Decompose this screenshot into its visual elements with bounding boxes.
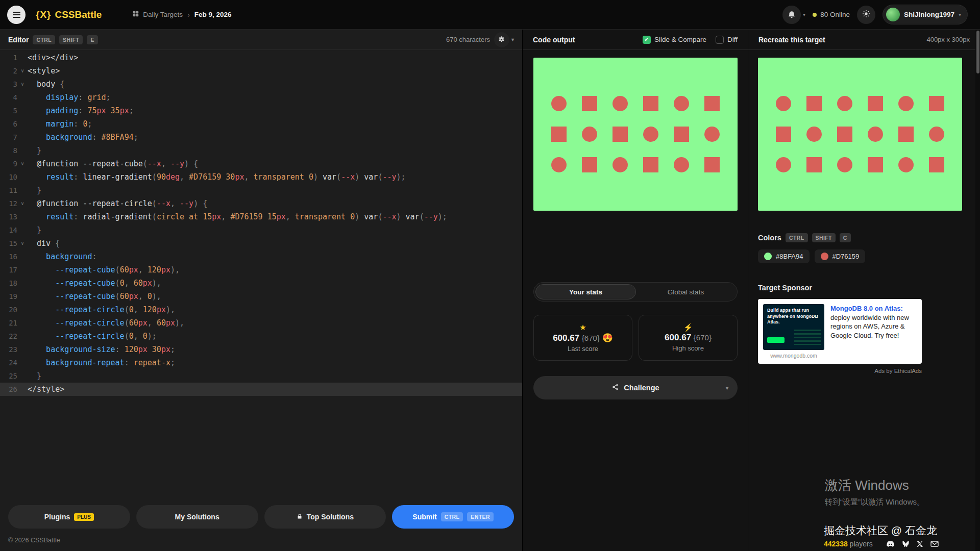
code-text: result: radial-gradient(circle at 15px, … (28, 210, 447, 223)
color-chip-red[interactable]: #D76159 (815, 249, 866, 263)
line-number: 4 (0, 91, 17, 104)
fold-gutter (17, 263, 28, 277)
code-line[interactable]: 22 --repeat-circle(0, 0); (0, 330, 522, 343)
circle-shape (776, 96, 791, 111)
hamburger-menu-button[interactable] (7, 6, 26, 24)
last-score-card: ★ 600.67 {670} 😍 Last score (533, 315, 632, 361)
last-score-value: 600.67 (553, 333, 579, 343)
chevron-right-icon: › (187, 11, 190, 19)
code-line[interactable]: 17 --repeat-cube(60px, 120px), (0, 263, 522, 277)
online-dot-icon (813, 13, 817, 17)
code-line[interactable]: 18 --repeat-cube(0, 60px), (0, 277, 522, 290)
challenge-button[interactable]: Challenge ▾ (533, 376, 738, 399)
line-number: 1 (0, 51, 17, 64)
code-line[interactable]: 4 display: grid; (0, 91, 522, 104)
line-number: 21 (0, 316, 17, 330)
color-chip-green[interactable]: #8BFA94 (758, 249, 810, 263)
bluesky-icon[interactable] (902, 541, 910, 547)
players-label: players (850, 540, 873, 548)
notifications-button[interactable]: ▾ (782, 6, 805, 24)
diff-checkbox[interactable]: Diff (716, 36, 738, 44)
copyright: © 2026 CSSBattle (0, 533, 522, 551)
high-score-card: ⚡ 600.67 {670} High score (639, 315, 738, 361)
code-line[interactable]: 15∨ div { (0, 237, 522, 250)
color-chips: #8BFA94 #D76159 (758, 249, 980, 263)
editor-settings-button[interactable]: ▾ (494, 32, 514, 47)
discord-icon[interactable] (886, 541, 895, 547)
sponsor-ad[interactable]: Build apps that run anywhere on MongoDB … (758, 299, 922, 364)
code-line[interactable]: 11 } (0, 184, 522, 197)
code-line[interactable]: 5 padding: 75px 35px; (0, 104, 522, 117)
fold-gutter (17, 51, 28, 64)
code-line[interactable]: 1<div></div> (0, 51, 522, 64)
target-canvas[interactable] (758, 58, 962, 211)
last-score-label: Last score (568, 345, 598, 353)
user-menu[interactable]: ShiJinlong1997 ▾ (883, 5, 968, 24)
kbd-shift: SHIFT (59, 35, 83, 44)
circle-shape (837, 96, 852, 111)
code-output-canvas[interactable] (533, 58, 738, 211)
plugins-button[interactable]: Plugins PLUS (8, 505, 130, 529)
chevron-down-icon: ▾ (511, 37, 514, 42)
line-number: 5 (0, 104, 17, 117)
ads-by-label[interactable]: Ads by EthicalAds (758, 368, 922, 374)
fold-chevron-icon[interactable]: ∨ (17, 157, 28, 170)
mail-icon[interactable] (930, 541, 939, 547)
code-line[interactable]: 24 background-repeat: repeat-x; (0, 356, 522, 369)
fold-gutter (17, 250, 28, 263)
code-line[interactable]: 20 --repeat-circle(0, 120px), (0, 303, 522, 316)
circle-shape (582, 127, 597, 142)
line-number: 22 (0, 330, 17, 343)
editor-actions: Plugins PLUS My Solutions Top Solutions … (0, 499, 522, 533)
ad-headline[interactable]: MongoDB 8.0 on Atlas: (830, 305, 903, 312)
code-line[interactable]: 10 result: linear-gradient(90deg, #D7615… (0, 170, 522, 184)
fold-chevron-icon[interactable]: ∨ (17, 237, 28, 250)
code-line[interactable]: 3∨ body { (0, 78, 522, 91)
square-shape (643, 96, 658, 111)
code-line[interactable]: 14 } (0, 223, 522, 237)
code-line[interactable]: 16 background: (0, 250, 522, 263)
output-header: Code output ✓ Slide & Compare Diff (523, 30, 748, 50)
code-line[interactable]: 6 margin: 0; (0, 117, 522, 131)
square-shape (868, 96, 883, 111)
fold-chevron-icon[interactable]: ∨ (17, 78, 28, 91)
code-text: } (28, 184, 41, 197)
code-text: --repeat-cube(0, 60px), (28, 277, 161, 290)
fold-chevron-icon[interactable]: ∨ (17, 197, 28, 210)
code-editor[interactable]: 1<div></div>2∨<style>3∨ body {4 display:… (0, 50, 522, 499)
mongodb-ad-image: Build apps that run anywhere on MongoDB … (763, 304, 824, 350)
fold-chevron-icon[interactable]: ∨ (17, 64, 28, 78)
submit-button[interactable]: Submit CTRL ENTER (392, 505, 514, 529)
circle-shape (806, 127, 822, 142)
slide-compare-checkbox[interactable]: ✓ Slide & Compare (643, 36, 706, 44)
submit-label: Submit (412, 513, 436, 521)
tab-your-stats[interactable]: Your stats (535, 284, 636, 299)
code-line[interactable]: 13 result: radial-gradient(circle at 15p… (0, 210, 522, 223)
slide-compare-label: Slide & Compare (654, 36, 706, 43)
cssbattle-logo[interactable]: {X} CSSBattle (36, 9, 102, 20)
my-solutions-button[interactable]: My Solutions (136, 505, 258, 529)
code-line[interactable]: 8 } (0, 144, 522, 157)
code-line[interactable]: 26</style> (0, 383, 522, 396)
online-count: 80 Online (820, 11, 850, 18)
square-shape (582, 96, 597, 111)
tab-global-stats[interactable]: Global stats (636, 284, 736, 299)
fold-gutter (17, 131, 28, 144)
square-shape (582, 157, 597, 172)
ad-cta-shape (767, 337, 785, 343)
code-line[interactable]: 25 } (0, 369, 522, 383)
code-line[interactable]: 21 --repeat-circle(60px, 60px), (0, 316, 522, 330)
code-line[interactable]: 2∨<style> (0, 64, 522, 78)
code-line[interactable]: 12∨ @function --repeat-circle(--x, --y) … (0, 197, 522, 210)
theme-toggle-button[interactable] (857, 6, 875, 24)
code-line[interactable]: 19 --repeat-cube(60px, 0), (0, 290, 522, 303)
code-line[interactable]: 9∨ @function --repeat-cube(--x, --y) { (0, 157, 522, 170)
code-line[interactable]: 7 background: #8BFA94; (0, 131, 522, 144)
code-line[interactable]: 23 background-size: 120px 30px; (0, 343, 522, 356)
x-icon[interactable] (917, 541, 923, 547)
breadcrumb-daily-targets[interactable]: Daily Targets (132, 10, 183, 19)
top-solutions-button[interactable]: Top Solutions (264, 505, 386, 529)
editor-header: Editor CTRL SHIFT E 670 characters ▾ (0, 30, 522, 50)
scrollbar-thumb[interactable] (976, 31, 979, 73)
fold-gutter (17, 223, 28, 237)
